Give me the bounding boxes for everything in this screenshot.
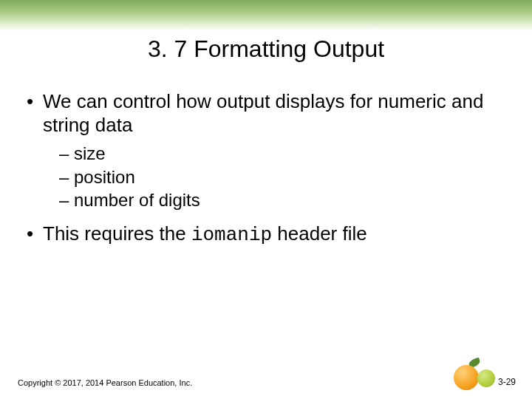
copyright-text: Copyright © 2017, 2014 Pearson Education… [18,378,192,387]
sub-bullet-item: – number of digits [59,189,510,211]
bullet-marker: • [22,222,43,248]
sub-bullet-text: size [74,143,106,163]
decorative-fruit-icon [454,361,495,390]
bullet-marker: • [22,90,43,137]
slide-title: 3. 7 Formatting Output [0,35,532,63]
sub-bullet-item: – position [59,166,510,188]
code-literal: iomanip [191,224,272,246]
sub-bullet-list: – size – position – number of digits [59,143,510,211]
bullet-text: This requires the iomanip header file [43,222,510,248]
page-number: 3-29 [498,377,516,387]
sub-bullet-text: position [74,167,135,187]
slide: 3. 7 Formatting Output • We can control … [0,0,532,399]
bullet-item: • We can control how output displays for… [22,90,510,137]
bullet-text: We can control how output displays for n… [43,90,510,137]
bullet-text-prefix: This requires the [43,222,191,245]
bullet-item: • This requires the iomanip header file [22,222,510,248]
slide-content: • We can control how output displays for… [22,90,510,253]
sub-bullet-item: – size [59,143,510,164]
sub-bullet-text: number of digits [74,190,200,210]
bullet-text-suffix: header file [272,222,367,245]
